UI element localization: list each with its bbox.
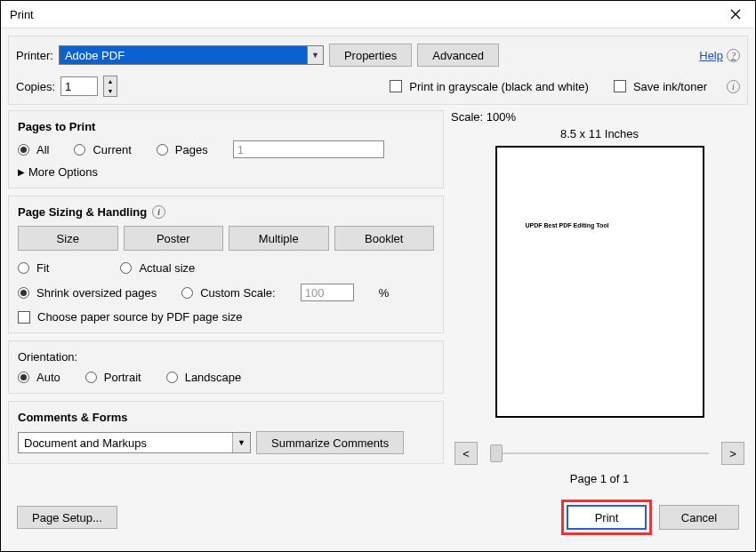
comments-selected: Document and Markups xyxy=(24,436,147,450)
comments-section: Comments & Forms Document and Markups ▼ … xyxy=(8,401,444,464)
orientation-auto-label: Auto xyxy=(36,371,60,384)
copies-up-button[interactable]: ▲ xyxy=(104,76,117,86)
properties-button[interactable]: Properties xyxy=(329,44,412,67)
grayscale-checkbox[interactable]: Print in grayscale (black and white) xyxy=(390,80,589,93)
size-button[interactable]: Size xyxy=(18,226,118,251)
grayscale-label: Print in grayscale (black and white) xyxy=(409,80,589,93)
dialog-title: Print xyxy=(10,8,34,21)
radio-icon xyxy=(181,287,193,299)
saveink-checkbox[interactable]: Save ink/toner xyxy=(614,80,707,93)
preview-page: UPDF Best PDF Editing Tool xyxy=(495,146,704,418)
custom-scale-radio[interactable]: Custom Scale: xyxy=(181,286,276,300)
fit-radio[interactable]: Fit xyxy=(18,261,49,275)
page-setup-button[interactable]: Page Setup... xyxy=(17,506,117,529)
booklet-button[interactable]: Booklet xyxy=(334,226,435,251)
saveink-label: Save ink/toner xyxy=(633,80,707,93)
pages-range-label: Pages xyxy=(175,143,208,156)
info-icon[interactable]: i xyxy=(152,205,165,219)
pages-section: Pages to Print All Current Pages xyxy=(8,110,444,188)
copies-label: Copies: xyxy=(16,80,55,93)
custom-scale-label: Custom Scale: xyxy=(200,286,276,300)
preview-document-text: UPDF Best PDF Editing Tool xyxy=(526,222,609,228)
preview-prev-button[interactable]: < xyxy=(454,442,478,465)
help-label: Help xyxy=(699,49,723,62)
preview-slider[interactable] xyxy=(490,452,709,454)
pages-all-radio[interactable]: All xyxy=(18,143,49,156)
printer-selected: Adobe PDF xyxy=(65,49,125,62)
orientation-section: Orientation: Auto Portrait Landscape xyxy=(8,340,444,394)
radio-icon xyxy=(18,144,29,156)
dropdown-arrow-icon: ▼ xyxy=(307,46,323,64)
checkbox-icon xyxy=(614,80,626,92)
orientation-landscape-label: Landscape xyxy=(185,371,242,384)
comments-header: Comments & Forms xyxy=(18,411,434,424)
actual-radio[interactable]: Actual size xyxy=(120,261,195,275)
printer-label: Printer: xyxy=(16,49,53,62)
copies-spinner: ▲ ▼ xyxy=(103,76,117,97)
summarize-comments-button[interactable]: Summarize Comments xyxy=(256,431,404,454)
paper-source-checkbox[interactable]: Choose paper source by PDF page size xyxy=(18,310,434,324)
preview-area: UPDF Best PDF Editing Tool xyxy=(451,142,748,429)
right-column: Scale: 100% 8.5 x 11 Inches UPDF Best PD… xyxy=(451,110,748,485)
titlebar: Print xyxy=(1,1,755,28)
actual-label: Actual size xyxy=(139,261,195,275)
shrink-radio[interactable]: Shrink oversized pages xyxy=(18,286,157,300)
slider-thumb[interactable] xyxy=(490,444,503,462)
radio-icon xyxy=(18,262,29,274)
checkbox-icon xyxy=(18,311,30,324)
radio-icon xyxy=(18,372,29,383)
print-button-highlight: Print xyxy=(561,500,652,535)
radio-icon xyxy=(166,372,178,383)
preview-scale: Scale: 100% xyxy=(451,110,748,124)
orientation-portrait-radio[interactable]: Portrait xyxy=(85,371,141,384)
printer-select[interactable]: Adobe PDF ▼ xyxy=(59,45,324,65)
radio-icon xyxy=(120,262,132,274)
help-icon: ? xyxy=(727,49,740,62)
more-options-label: More Options xyxy=(28,165,98,179)
orientation-landscape-radio[interactable]: Landscape xyxy=(166,371,242,384)
checkbox-icon xyxy=(390,80,402,92)
pages-all-label: All xyxy=(36,143,49,156)
more-options-toggle[interactable]: ▶ More Options xyxy=(18,165,434,179)
footer: Page Setup... Print Cancel xyxy=(8,491,748,544)
fit-label: Fit xyxy=(36,261,49,275)
print-dialog: Print Printer: Adobe PDF ▼ Properties Ad… xyxy=(0,0,756,552)
pages-header: Pages to Print xyxy=(18,120,434,133)
percent-label: % xyxy=(379,286,390,300)
left-column: Pages to Print All Current Pages xyxy=(8,110,444,485)
copies-down-button[interactable]: ▼ xyxy=(104,86,117,96)
pages-range-radio[interactable]: Pages xyxy=(157,143,208,156)
preview-next-button[interactable]: > xyxy=(721,442,744,465)
main-columns: Pages to Print All Current Pages xyxy=(8,110,748,485)
radio-icon xyxy=(18,287,29,299)
pages-range-input[interactable] xyxy=(233,140,384,158)
orientation-auto-radio[interactable]: Auto xyxy=(18,371,60,384)
orientation-portrait-label: Portrait xyxy=(104,371,141,384)
sizing-header: Page Sizing & Handling xyxy=(18,205,147,219)
preview-page-indicator: Page 1 of 1 xyxy=(451,472,748,485)
printer-area: Printer: Adobe PDF ▼ Properties Advanced… xyxy=(8,36,748,105)
print-button[interactable]: Print xyxy=(567,505,647,530)
pages-current-radio[interactable]: Current xyxy=(74,143,131,156)
dialog-body: Printer: Adobe PDF ▼ Properties Advanced… xyxy=(1,28,755,551)
preview-dimensions: 8.5 x 11 Inches xyxy=(451,127,748,140)
comments-select[interactable]: Document and Markups ▼ xyxy=(18,432,251,453)
poster-button[interactable]: Poster xyxy=(124,226,224,251)
shrink-label: Shrink oversized pages xyxy=(36,286,157,300)
sizing-section: Page Sizing & Handling i Size Poster Mul… xyxy=(8,196,444,333)
paper-source-label: Choose paper source by PDF page size xyxy=(37,310,243,324)
radio-icon xyxy=(85,372,97,383)
multiple-button[interactable]: Multiple xyxy=(229,226,329,251)
custom-scale-input[interactable] xyxy=(301,284,354,301)
radio-icon xyxy=(74,144,85,156)
info-icon[interactable]: i xyxy=(727,80,740,93)
advanced-button[interactable]: Advanced xyxy=(417,44,499,67)
triangle-right-icon: ▶ xyxy=(18,167,25,177)
close-button[interactable] xyxy=(725,4,746,25)
help-link[interactable]: Help ? xyxy=(699,49,740,62)
radio-icon xyxy=(157,144,168,156)
cancel-button[interactable]: Cancel xyxy=(659,505,739,530)
dropdown-arrow-icon: ▼ xyxy=(232,433,250,452)
copies-input[interactable] xyxy=(60,76,98,96)
orientation-header: Orientation: xyxy=(18,350,434,364)
